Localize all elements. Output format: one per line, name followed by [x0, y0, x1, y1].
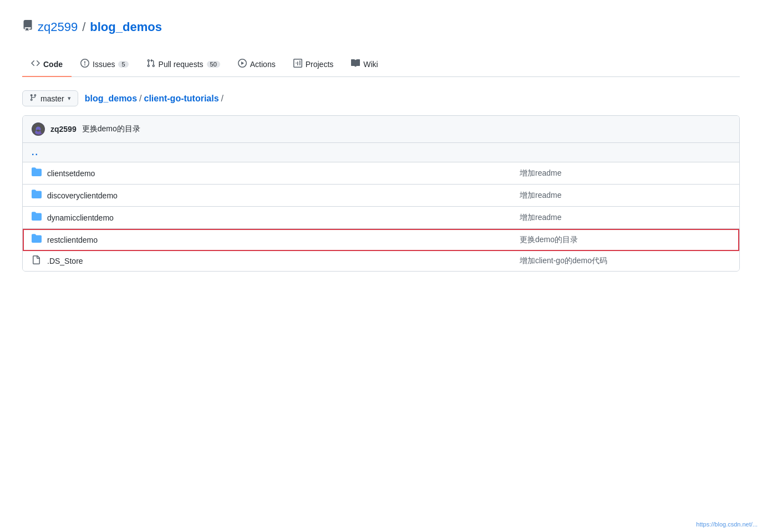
file-table: zq2599 更换demo的目录 .. clientsetdemo 增加read…	[22, 115, 740, 272]
file-name-link[interactable]: discoveryclientdemo	[47, 191, 118, 200]
tab-projects[interactable]: Projects	[285, 52, 343, 77]
list-item: restclientdemo 更换demo的目录	[23, 229, 739, 251]
file-icon-col	[32, 255, 47, 267]
folder-icon	[32, 233, 42, 246]
pull-requests-badge: 50	[207, 61, 220, 68]
breadcrumb-root-link[interactable]: blog_demos	[85, 94, 137, 104]
breadcrumb: blog_demos / client-go-tutorials /	[85, 94, 223, 104]
avatar-image	[32, 122, 45, 136]
parent-dir-icon: ..	[32, 147, 39, 157]
file-icon	[32, 255, 40, 267]
list-item: ..	[23, 143, 739, 162]
file-name-link[interactable]: restclientdemo	[47, 236, 98, 244]
branch-icon	[29, 94, 37, 103]
file-name-link[interactable]: dynamicclientdemo	[47, 213, 114, 222]
folder-icon	[32, 189, 42, 202]
folder-icon-col	[32, 211, 47, 224]
tab-pull-requests-label: Pull requests	[159, 60, 204, 69]
file-name-col: dynamicclientdemo	[47, 213, 520, 222]
folder-icon-col	[32, 189, 47, 202]
tab-actions-label: Actions	[250, 60, 276, 69]
wiki-icon	[351, 59, 360, 69]
breadcrumb-sep-2: /	[221, 94, 223, 104]
chevron-down-icon: ▾	[68, 95, 71, 102]
tab-issues-label: Issues	[93, 60, 115, 69]
file-icon-col: ..	[32, 147, 47, 157]
list-item: clientsetdemo 增加readme	[23, 162, 739, 185]
actions-icon	[238, 59, 247, 69]
file-name-col: clientsetdemo	[47, 169, 520, 178]
file-commit-message: 增加readme	[520, 191, 730, 201]
file-name-col: .DS_Store	[47, 257, 520, 265]
file-name-col: discoveryclientdemo	[47, 191, 520, 200]
folder-icon-col	[32, 167, 47, 180]
breadcrumb-sep-1: /	[139, 94, 141, 104]
folder-icon	[32, 167, 42, 180]
file-commit-message: 增加readme	[520, 213, 730, 223]
tab-code[interactable]: Code	[22, 52, 72, 77]
avatar	[32, 122, 45, 136]
projects-icon	[293, 59, 302, 69]
file-name-col: restclientdemo	[47, 236, 520, 244]
tab-projects-label: Projects	[306, 60, 334, 69]
file-commit-message: 增加readme	[520, 168, 730, 178]
file-commit-message: 增加client-go的demo代码	[520, 256, 730, 266]
issues-badge: 5	[118, 61, 128, 68]
issues-icon	[80, 59, 89, 69]
breadcrumb-path[interactable]: client-go-tutorials	[144, 94, 219, 104]
tab-actions[interactable]: Actions	[229, 52, 285, 77]
branch-selector[interactable]: master ▾	[22, 90, 78, 106]
file-name-link[interactable]: .DS_Store	[47, 257, 83, 265]
pull-request-icon	[146, 59, 155, 69]
folder-icon-col	[32, 233, 47, 246]
tab-issues[interactable]: Issues 5	[72, 52, 138, 77]
tab-wiki[interactable]: Wiki	[342, 52, 387, 77]
file-name-link[interactable]: clientsetdemo	[47, 169, 95, 178]
repo-header: zq2599 / blog_demos	[22, 11, 740, 41]
nav-tabs: Code Issues 5 Pull requests 50 Actions	[22, 52, 740, 77]
repo-name-link[interactable]: blog_demos	[90, 20, 162, 34]
tab-wiki-label: Wiki	[363, 60, 378, 69]
code-icon	[31, 59, 40, 69]
tab-pull-requests[interactable]: Pull requests 50	[138, 52, 229, 77]
repo-owner-link[interactable]: zq2599	[38, 20, 78, 34]
file-commit-message: 更换demo的目录	[520, 235, 730, 245]
folder-icon	[32, 211, 42, 224]
commit-message: 更换demo的目录	[82, 124, 140, 134]
branch-name: master	[40, 94, 64, 103]
list-item: discoveryclientdemo 增加readme	[23, 185, 739, 207]
tab-code-label: Code	[43, 60, 63, 69]
list-item: dynamicclientdemo 增加readme	[23, 207, 739, 229]
controls-row: master ▾ blog_demos / client-go-tutorial…	[22, 90, 740, 106]
list-item: .DS_Store 增加client-go的demo代码	[23, 251, 739, 271]
commit-row: zq2599 更换demo的目录	[23, 116, 739, 143]
commit-author[interactable]: zq2599	[50, 125, 77, 134]
repo-separator: /	[82, 20, 85, 34]
repo-icon	[22, 20, 33, 34]
